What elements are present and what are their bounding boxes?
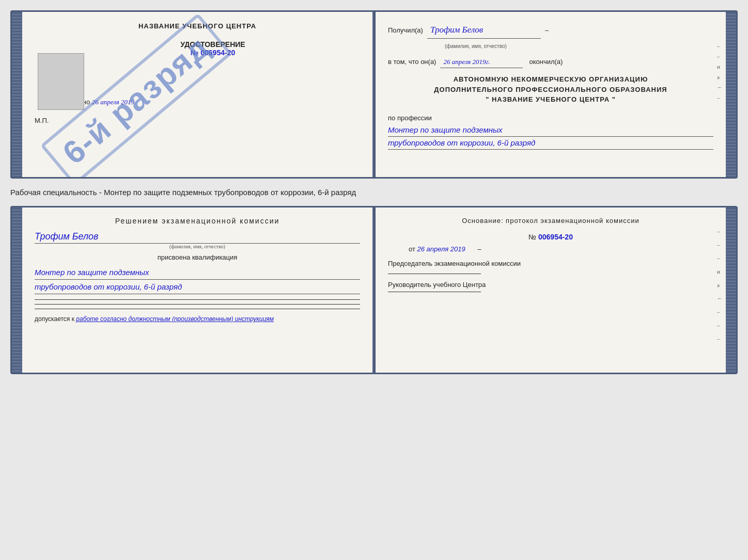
- date-block: от 26 апреля 2019 –: [409, 245, 713, 253]
- date-value: 26 апреля 2019: [417, 245, 465, 253]
- po-professii-label: по профессии: [388, 114, 432, 122]
- cert-photo-placeholder: [38, 53, 84, 110]
- cert-udost-title: УДОСТОВЕРЕНИЕ: [66, 40, 360, 49]
- rukovoditel-label: Руководитель учебного Центра: [388, 280, 713, 290]
- okochil-label: окончил(а): [529, 56, 563, 68]
- qualification-block: Монтер по защите подземных трубопроводов…: [35, 265, 360, 294]
- допускается-label: допускается к: [35, 315, 74, 323]
- num-value: 006954-20: [538, 233, 573, 241]
- upper-right-page: – – и а ← – Получил(а) Трофим Белов – (ф…: [376, 12, 726, 177]
- upper-certificate-book: НАЗВАНИЕ УЧЕБНОГО ЦЕНТРА 6-й разряд УДОС…: [10, 10, 738, 179]
- bottom-line-1: [35, 299, 360, 300]
- book-edge-left: [12, 12, 22, 177]
- person-name-block: Трофим Белов (фамилия, имя, отчество): [35, 231, 360, 249]
- right-side-marks-upper: – – и а ← –: [717, 43, 723, 101]
- org-name: " НАЗВАНИЕ УЧЕБНОГО ЦЕНТРА ": [388, 94, 713, 105]
- poluchil-line: Получил(а) Трофим Белов –: [388, 22, 713, 39]
- cert-vydano: Выдано 26 апреля 2019: [66, 98, 360, 106]
- right-margin-marks-lower: – – – и а ← – – –: [717, 228, 723, 342]
- rukovoditel-signature-line: [388, 292, 481, 292]
- cert-mp: М.П.: [35, 117, 360, 124]
- profession-line2: трубопроводов от коррозии, 6-й разряд: [388, 137, 713, 150]
- upper-right-content: Получил(а) Трофим Белов – (фамилия, имя,…: [388, 22, 713, 150]
- bottom-line-2: [35, 304, 360, 305]
- vtom-date: 26 апреля 2019г.: [440, 56, 523, 68]
- book-edge-right-upper: [726, 12, 736, 177]
- book-edge-right-lower: [726, 207, 736, 373]
- person-name: Трофим Белов: [35, 231, 360, 244]
- cert-udost-block: УДОСТОВЕРЕНИЕ № 006954-20: [66, 40, 360, 57]
- org-line1: АВТОНОМНУЮ НЕКОММЕРЧЕСКУЮ ОРГАНИЗАЦИЮ: [388, 74, 713, 85]
- org-line2: ДОПОЛНИТЕЛЬНОГО ПРОФЕССИОНАЛЬНОГО ОБРАЗО…: [388, 85, 713, 95]
- poluchil-sub: (фамилия, имя, отчество): [445, 43, 507, 49]
- date-prefix: от: [409, 245, 415, 253]
- vtom-line: в том, что он(а) 26 апреля 2019г. окончи…: [388, 56, 713, 68]
- допускается-value: работе согласно должностным (производств…: [76, 315, 274, 323]
- bottom-line-3: [35, 309, 360, 309]
- lower-right-page: – – – и а ← – – – Основание: протокол эк…: [376, 207, 726, 373]
- qualification-line1: Монтер по защите подземных: [35, 265, 360, 280]
- org-block: АВТОНОМНУЮ НЕКОММЕРЧЕСКУЮ ОРГАНИЗАЦИЮ ДО…: [388, 74, 713, 105]
- num-block: № 006954-20: [388, 233, 713, 241]
- decision-header: Решением экзаменационной комиссии: [35, 217, 360, 225]
- cert-udost-num-value: 006954-20: [200, 49, 235, 57]
- poluchil-value: Трофим Белов: [427, 22, 541, 39]
- lower-certificate-book: Решением экзаменационной комиссии Трофим…: [10, 206, 738, 374]
- cert-udost-num: № 006954-20: [66, 49, 360, 57]
- upper-left-page: НАЗВАНИЕ УЧЕБНОГО ЦЕНТРА 6-й разряд УДОС…: [22, 12, 373, 177]
- assigned-label: присвоена квалификация: [35, 253, 360, 261]
- rukovoditel-block: Руководитель учебного Центра: [388, 280, 713, 292]
- osnov-header: Основание: протокол экзаменационной коми…: [388, 217, 713, 225]
- bottom-lines: [35, 299, 360, 309]
- cert-udost-num-prefix: №: [191, 49, 199, 57]
- commission-header: Председатель экзаменационной комиссии: [388, 259, 713, 268]
- lower-left-page: Решением экзаменационной комиссии Трофим…: [22, 207, 373, 373]
- profession-line1: Монтер по защите подземных: [388, 124, 713, 137]
- profession-block: по профессии Монтер по защите подземных …: [388, 112, 713, 150]
- qualification-line2: трубопроводов от коррозии, 6-й разряд: [35, 280, 360, 294]
- допускается-block: допускается к работе согласно должностны…: [35, 315, 360, 323]
- upper-left-header: НАЗВАНИЕ УЧЕБНОГО ЦЕНТРА: [35, 22, 360, 30]
- book-edge-left-lower: [12, 207, 22, 373]
- between-text: Рабочая специальность - Монтер по защите…: [10, 184, 738, 201]
- commission-signature-line: [388, 274, 481, 274]
- num-prefix: №: [528, 233, 536, 241]
- vtom-label: в том, что он(а): [388, 56, 436, 68]
- person-sub: (фамилия, имя, отчество): [35, 244, 360, 249]
- cert-vydano-date: 26 апреля 2019: [92, 98, 134, 106]
- page-wrapper: НАЗВАНИЕ УЧЕБНОГО ЦЕНТРА 6-й разряд УДОС…: [10, 10, 738, 374]
- poluchil-label: Получил(а): [388, 24, 423, 36]
